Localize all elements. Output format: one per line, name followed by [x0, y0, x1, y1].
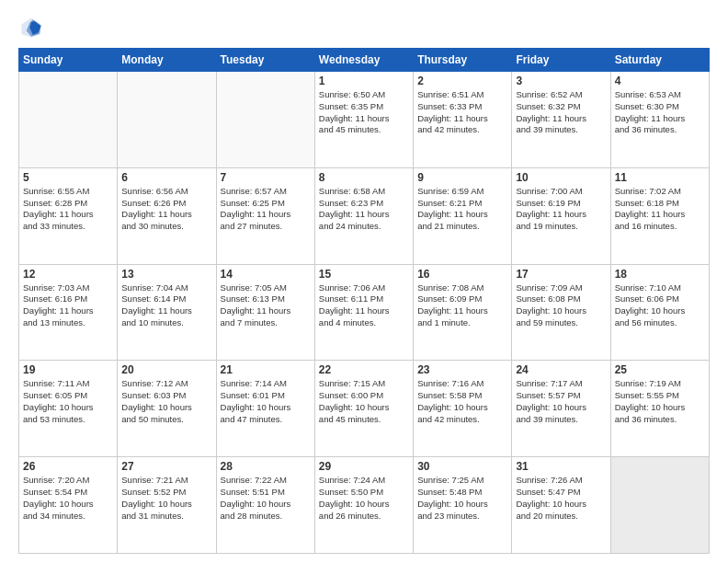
day-number: 1 — [319, 75, 409, 87]
day-number: 13 — [121, 268, 211, 281]
day-number: 18 — [615, 268, 705, 281]
day-cell: 9Sunrise: 6:59 AM Sunset: 6:21 PM Daylig… — [414, 167, 512, 264]
day-info: Sunrise: 6:52 AM Sunset: 6:32 PM Dayligh… — [516, 89, 606, 136]
day-cell: 29Sunrise: 7:24 AM Sunset: 5:50 PM Dayli… — [314, 457, 413, 554]
day-info: Sunrise: 7:02 AM Sunset: 6:18 PM Dayligh… — [615, 186, 705, 233]
day-cell: 25Sunrise: 7:19 AM Sunset: 5:55 PM Dayli… — [610, 361, 709, 457]
day-cell: 31Sunrise: 7:26 AM Sunset: 5:47 PM Dayli… — [512, 457, 610, 554]
header — [18, 15, 710, 40]
day-number: 15 — [319, 268, 409, 281]
day-info: Sunrise: 7:26 AM Sunset: 5:47 PM Dayligh… — [516, 475, 606, 522]
day-number: 24 — [516, 363, 606, 376]
day-cell: 17Sunrise: 7:09 AM Sunset: 6:08 PM Dayli… — [512, 264, 610, 361]
day-number: 31 — [516, 460, 606, 473]
week-row-5: 26Sunrise: 7:20 AM Sunset: 5:54 PM Dayli… — [19, 457, 710, 554]
day-cell: 15Sunrise: 7:06 AM Sunset: 6:11 PM Dayli… — [314, 264, 413, 361]
day-number: 26 — [23, 460, 113, 473]
day-number: 19 — [23, 363, 113, 376]
logo-icon — [18, 15, 44, 40]
day-cell: 19Sunrise: 7:11 AM Sunset: 6:05 PM Dayli… — [19, 361, 118, 457]
day-info: Sunrise: 7:21 AM Sunset: 5:52 PM Dayligh… — [121, 475, 211, 522]
day-number: 14 — [221, 268, 311, 281]
col-header-sunday: Sunday — [19, 49, 118, 72]
col-header-friday: Friday — [512, 49, 610, 72]
day-info: Sunrise: 7:25 AM Sunset: 5:48 PM Dayligh… — [417, 475, 507, 522]
day-info: Sunrise: 7:09 AM Sunset: 6:08 PM Dayligh… — [516, 282, 606, 329]
day-cell: 28Sunrise: 7:22 AM Sunset: 5:51 PM Dayli… — [216, 457, 314, 554]
day-info: Sunrise: 6:56 AM Sunset: 6:26 PM Dayligh… — [121, 186, 211, 233]
day-cell: 14Sunrise: 7:05 AM Sunset: 6:13 PM Dayli… — [216, 264, 314, 361]
day-info: Sunrise: 7:08 AM Sunset: 6:09 PM Dayligh… — [417, 282, 507, 329]
week-row-2: 5Sunrise: 6:55 AM Sunset: 6:28 PM Daylig… — [19, 167, 710, 264]
day-info: Sunrise: 7:04 AM Sunset: 6:14 PM Dayligh… — [121, 282, 211, 329]
day-number: 8 — [319, 171, 409, 184]
day-cell: 5Sunrise: 6:55 AM Sunset: 6:28 PM Daylig… — [19, 167, 118, 264]
day-number: 20 — [121, 363, 211, 376]
day-number: 29 — [319, 460, 409, 473]
day-number: 9 — [417, 171, 507, 184]
day-info: Sunrise: 7:16 AM Sunset: 5:58 PM Dayligh… — [417, 378, 507, 425]
day-number: 21 — [221, 363, 311, 376]
week-row-1: 1Sunrise: 6:50 AM Sunset: 6:35 PM Daylig… — [19, 72, 710, 168]
day-cell — [19, 72, 118, 168]
day-cell: 24Sunrise: 7:17 AM Sunset: 5:57 PM Dayli… — [512, 361, 610, 457]
day-cell: 16Sunrise: 7:08 AM Sunset: 6:09 PM Dayli… — [414, 264, 512, 361]
day-cell: 20Sunrise: 7:12 AM Sunset: 6:03 PM Dayli… — [118, 361, 216, 457]
day-info: Sunrise: 7:05 AM Sunset: 6:13 PM Dayligh… — [221, 282, 311, 329]
day-cell: 18Sunrise: 7:10 AM Sunset: 6:06 PM Dayli… — [610, 264, 709, 361]
day-number: 4 — [615, 75, 705, 87]
day-info: Sunrise: 6:53 AM Sunset: 6:30 PM Dayligh… — [615, 89, 705, 136]
day-info: Sunrise: 7:24 AM Sunset: 5:50 PM Dayligh… — [319, 475, 409, 522]
col-header-saturday: Saturday — [610, 49, 709, 72]
day-info: Sunrise: 6:50 AM Sunset: 6:35 PM Dayligh… — [319, 89, 409, 136]
day-number: 3 — [516, 75, 606, 87]
day-cell: 21Sunrise: 7:14 AM Sunset: 6:01 PM Dayli… — [216, 361, 314, 457]
day-cell — [118, 72, 216, 168]
logo — [18, 15, 48, 40]
day-cell: 3Sunrise: 6:52 AM Sunset: 6:32 PM Daylig… — [512, 72, 610, 168]
day-number: 7 — [221, 171, 311, 184]
day-info: Sunrise: 6:55 AM Sunset: 6:28 PM Dayligh… — [23, 186, 113, 233]
day-info: Sunrise: 7:17 AM Sunset: 5:57 PM Dayligh… — [516, 378, 606, 425]
day-header-row: SundayMondayTuesdayWednesdayThursdayFrid… — [19, 49, 710, 72]
day-number: 6 — [121, 171, 211, 184]
day-cell: 30Sunrise: 7:25 AM Sunset: 5:48 PM Dayli… — [414, 457, 512, 554]
calendar: SundayMondayTuesdayWednesdayThursdayFrid… — [18, 48, 710, 554]
day-info: Sunrise: 7:14 AM Sunset: 6:01 PM Dayligh… — [221, 378, 311, 425]
day-number: 2 — [417, 75, 507, 87]
day-cell: 8Sunrise: 6:58 AM Sunset: 6:23 PM Daylig… — [314, 167, 413, 264]
day-cell: 11Sunrise: 7:02 AM Sunset: 6:18 PM Dayli… — [610, 167, 709, 264]
day-info: Sunrise: 7:00 AM Sunset: 6:19 PM Dayligh… — [516, 186, 606, 233]
day-cell: 13Sunrise: 7:04 AM Sunset: 6:14 PM Dayli… — [118, 264, 216, 361]
day-number: 30 — [417, 460, 507, 473]
day-cell: 22Sunrise: 7:15 AM Sunset: 6:00 PM Dayli… — [314, 361, 413, 457]
day-cell: 1Sunrise: 6:50 AM Sunset: 6:35 PM Daylig… — [314, 72, 413, 168]
day-info: Sunrise: 7:20 AM Sunset: 5:54 PM Dayligh… — [23, 475, 113, 522]
day-info: Sunrise: 7:12 AM Sunset: 6:03 PM Dayligh… — [121, 378, 211, 425]
day-info: Sunrise: 7:15 AM Sunset: 6:00 PM Dayligh… — [319, 378, 409, 425]
day-number: 16 — [417, 268, 507, 281]
day-cell: 26Sunrise: 7:20 AM Sunset: 5:54 PM Dayli… — [19, 457, 118, 554]
day-cell: 2Sunrise: 6:51 AM Sunset: 6:33 PM Daylig… — [414, 72, 512, 168]
day-info: Sunrise: 6:57 AM Sunset: 6:25 PM Dayligh… — [221, 186, 311, 233]
day-number: 22 — [319, 363, 409, 376]
day-number: 28 — [221, 460, 311, 473]
day-cell — [216, 72, 314, 168]
day-cell: 12Sunrise: 7:03 AM Sunset: 6:16 PM Dayli… — [19, 264, 118, 361]
day-cell: 4Sunrise: 6:53 AM Sunset: 6:30 PM Daylig… — [610, 72, 709, 168]
day-cell: 10Sunrise: 7:00 AM Sunset: 6:19 PM Dayli… — [512, 167, 610, 264]
day-info: Sunrise: 6:59 AM Sunset: 6:21 PM Dayligh… — [417, 186, 507, 233]
day-number: 11 — [615, 171, 705, 184]
day-number: 25 — [615, 363, 705, 376]
day-cell: 23Sunrise: 7:16 AM Sunset: 5:58 PM Dayli… — [414, 361, 512, 457]
day-number: 5 — [23, 171, 113, 184]
day-cell — [610, 457, 709, 554]
day-number: 17 — [516, 268, 606, 281]
day-cell: 27Sunrise: 7:21 AM Sunset: 5:52 PM Dayli… — [118, 457, 216, 554]
day-info: Sunrise: 7:10 AM Sunset: 6:06 PM Dayligh… — [615, 282, 705, 329]
day-info: Sunrise: 7:11 AM Sunset: 6:05 PM Dayligh… — [23, 378, 113, 425]
day-info: Sunrise: 7:22 AM Sunset: 5:51 PM Dayligh… — [221, 475, 311, 522]
page: SundayMondayTuesdayWednesdayThursdayFrid… — [0, 0, 728, 563]
day-number: 23 — [417, 363, 507, 376]
week-row-3: 12Sunrise: 7:03 AM Sunset: 6:16 PM Dayli… — [19, 264, 710, 361]
